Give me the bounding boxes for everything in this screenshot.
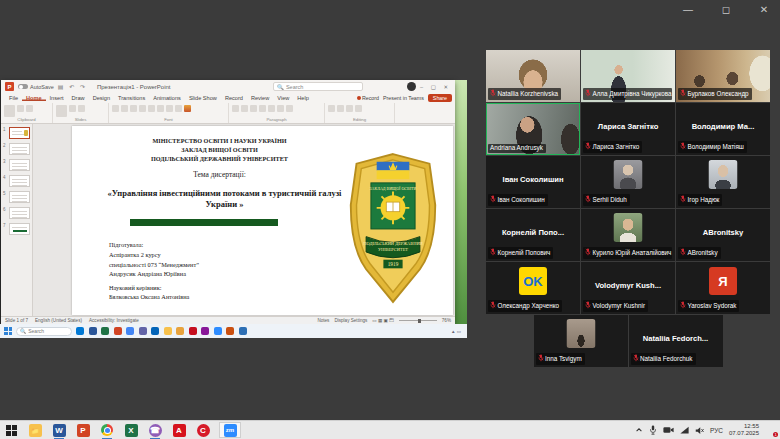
share-button[interactable]: Share [428, 94, 452, 102]
participant-tile[interactable]: Nataliia Fedorch...Nataliia Fedorchuk [629, 315, 723, 367]
present-in-teams-button[interactable]: Present in Teams [383, 95, 424, 101]
presenter-app-icon-14[interactable] [239, 327, 247, 335]
presenter-app-icon-1[interactable] [76, 327, 84, 335]
participant-avatar: Я [709, 267, 737, 295]
slide-thumbnail-4[interactable]: 4 [3, 175, 30, 187]
presenter-app-icon-2[interactable] [89, 327, 97, 335]
slide-canvas-area: МІНІСТЕРСТВО ОСВІТИ І НАУКИ УКРАЇНИ ЗАКЛ… [33, 124, 455, 316]
ribbon-tab-slide-show[interactable]: Slide Show [185, 95, 221, 101]
participant-tile[interactable]: ABronitskyABronitsky [676, 209, 770, 261]
notes-button[interactable]: Notes [317, 318, 329, 323]
presenter-app-icon-10[interactable] [189, 327, 197, 335]
file-explorer-taskbar-icon[interactable]: 📁 [28, 423, 42, 437]
close-icon[interactable]: ✕ [756, 4, 772, 15]
participant-tile[interactable]: Лариса ЗагніткоЛариса Загнітко [581, 103, 675, 155]
presenter-app-icon-3[interactable] [101, 327, 109, 335]
participant-tile[interactable]: OKОлександр Харченко [486, 262, 580, 314]
ribbon-tab-design[interactable]: Design [89, 95, 114, 101]
camera-tray-icon[interactable] [663, 426, 674, 434]
ribbon-tab-help[interactable]: Help [293, 95, 313, 101]
taskbar-clock[interactable]: 12:55 07.07.2025 [729, 423, 759, 437]
ribbon-tab-review[interactable]: Review [247, 95, 273, 101]
participant-avatar: OK [519, 267, 547, 295]
ribbon-group-paragraph[interactable]: Paragraph [229, 103, 325, 123]
acrobat-taskbar-icon[interactable]: A [172, 423, 186, 437]
slide-thumbnail-3[interactable]: 3 [3, 159, 30, 171]
ribbon-tab-home[interactable]: Home [22, 95, 46, 101]
zoom-taskbar-icon[interactable]: zm [220, 423, 240, 437]
word-taskbar-icon[interactable]: W [52, 423, 66, 437]
chrome-taskbar-icon[interactable] [100, 423, 114, 437]
accessibility-status[interactable]: Accessibility: Investigate [89, 318, 139, 323]
account-avatar[interactable] [407, 82, 416, 91]
presenter-app-icon-5[interactable] [126, 327, 134, 335]
microphone-tray-icon[interactable] [649, 425, 657, 435]
ribbon-group-slides[interactable]: Slides [53, 103, 109, 123]
notification-icon[interactable]: 1 [765, 425, 776, 436]
presenter-search-box[interactable]: 🔍 Search [16, 327, 72, 336]
ppt-window-controls[interactable]: – ▢ ✕ [420, 84, 451, 90]
ribbon-tab-view[interactable]: View [273, 95, 293, 101]
minimize-icon[interactable]: — [680, 4, 696, 15]
display-settings-button[interactable]: Display Settings [334, 318, 367, 323]
excel-taskbar-icon[interactable]: X [124, 423, 138, 437]
participant-tile[interactable]: Andriana Andrusyk [486, 103, 580, 155]
slide-thumbnail-panel[interactable]: 1234567 [1, 124, 33, 316]
start-taskbar-icon[interactable] [4, 423, 18, 437]
powerpoint-taskbar-icon[interactable]: P [76, 423, 90, 437]
slide-thumbnail-2[interactable]: 2 [3, 143, 30, 155]
slide-thumbnail-1[interactable]: 1 [3, 127, 30, 139]
participant-tile[interactable]: Бурлаков Олександр [676, 50, 770, 102]
viber-taskbar-icon[interactable]: ☎ [148, 423, 162, 437]
presenter-app-icon-11[interactable] [201, 327, 209, 335]
slide-thumbnail-5[interactable]: 5 [3, 191, 30, 203]
presenter-app-icon-9[interactable] [176, 327, 184, 335]
volume-tray-icon[interactable] [695, 426, 704, 435]
language-indicator[interactable]: РУС [710, 427, 723, 434]
participant-tile[interactable]: Алла Дмитрівна Чикуркова [581, 50, 675, 102]
participant-tile[interactable]: ЯYaroslav Sydorak [676, 262, 770, 314]
presenter-app-icon-13[interactable] [226, 327, 234, 335]
presenter-app-icon-4[interactable] [114, 327, 122, 335]
network-tray-icon[interactable] [680, 426, 689, 434]
view-buttons[interactable]: ▭ ▦ ▣ 🗔 [372, 318, 393, 323]
quick-access-toolbar[interactable]: ▤ ↶ ↷ [58, 83, 87, 90]
shared-screen: P AutoSave ▤ ↶ ↷ Презентація1 - PowerPoi… [0, 80, 467, 338]
slide-thumbnail-7[interactable]: 7 [3, 223, 30, 235]
ribbon-tab-file[interactable]: File [5, 95, 22, 101]
participant-tile[interactable]: Володимир Ма...Володимир Матіяш [676, 103, 770, 155]
ribbon-tab-draw[interactable]: Draw [68, 95, 89, 101]
participant-name-tag: Yaroslav Sydorak [678, 300, 739, 312]
ribbon-tab-insert[interactable]: Insert [46, 95, 68, 101]
presenter-start-icon[interactable] [4, 327, 12, 335]
maximize-icon[interactable]: ◻ [718, 4, 734, 15]
participant-tile[interactable]: Курило Юрій Анаталійович [581, 209, 675, 261]
slide[interactable]: МІНІСТЕРСТВО ОСВІТИ І НАУКИ УКРАЇНИ ЗАКЛ… [72, 126, 453, 315]
ribbon-group-editing[interactable]: Editing [325, 103, 395, 123]
presenter-app-icon-8[interactable] [164, 327, 172, 335]
record-button[interactable]: Record [357, 95, 379, 101]
ribbon-group-clipboard[interactable]: Clipboard [1, 103, 53, 123]
ribbon-tab-transitions[interactable]: Transitions [114, 95, 149, 101]
language-status[interactable]: English (United States) [35, 318, 82, 323]
ribbon-group-font[interactable]: Font [109, 103, 229, 123]
zoom-slider[interactable] [399, 320, 437, 321]
zoom-percent[interactable]: 76% [442, 318, 451, 323]
participant-tile[interactable]: Ігор Надюк [676, 156, 770, 208]
participant-tile[interactable]: Serhii Diduh [581, 156, 675, 208]
ribbon-tab-animations[interactable]: Animations [149, 95, 185, 101]
participant-tile[interactable]: Іван СоколишинІван Соколишин [486, 156, 580, 208]
tray-expand-icon[interactable] [635, 426, 643, 434]
browser-c-taskbar-icon[interactable]: C [196, 423, 210, 437]
participant-tile[interactable]: Natallia Korzhenivska [486, 50, 580, 102]
presenter-app-icon-6[interactable] [139, 327, 147, 335]
participant-tile[interactable]: Volodymyr Kush...Volodymyr Kushnir [581, 262, 675, 314]
search-box[interactable]: 🔍 Search [273, 82, 363, 91]
ribbon-tab-record[interactable]: Record [221, 95, 247, 101]
presenter-app-icon-7[interactable] [151, 327, 159, 335]
participant-tile[interactable]: Inna Tsvigym [534, 315, 628, 367]
presenter-app-icon-12[interactable] [214, 327, 222, 335]
participant-tile[interactable]: Корнелій Попо...Корнелій Попович [486, 209, 580, 261]
autosave-toggle[interactable]: AutoSave [18, 84, 54, 90]
slide-thumbnail-6[interactable]: 6 [3, 207, 30, 219]
